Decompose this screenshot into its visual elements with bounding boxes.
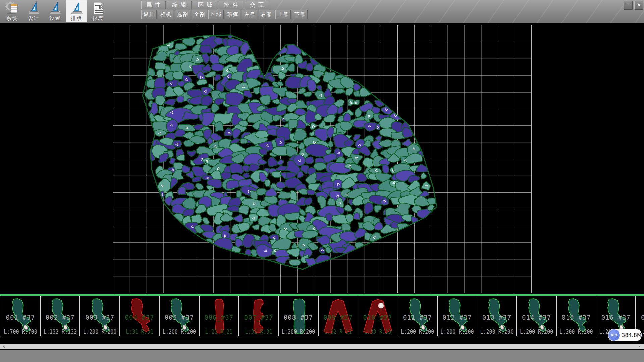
app-button-label: 报表 <box>88 15 109 22</box>
part-thumbnail-002_#37[interactable]: 002_#37L:132 R:132 <box>40 296 80 336</box>
report-icon <box>91 1 105 15</box>
nesting-canvas[interactable] <box>0 23 644 296</box>
main-toolbar: 系统 设计 设置 排版 报表 属性编辑区域排料交互 聚排相机选割全割区域瑕疵左靠… <box>0 0 644 23</box>
part-id-label: 005_#37 <box>160 314 199 321</box>
part-lr-count: L:200 R:200 <box>160 329 199 335</box>
part-lr-count: L:200 R:200 <box>517 329 556 335</box>
part-id-label: 017_#37 <box>636 314 644 321</box>
part-thumbnail-012_#37[interactable]: 012_#37L:200 R:200 <box>437 296 477 336</box>
strip-scrollbar[interactable]: ‹ › <box>0 344 644 349</box>
action-button-camera[interactable]: 相机 <box>158 10 173 19</box>
toolbar-hatch-decoration <box>272 0 644 23</box>
menu-tab-region[interactable]: 区域 <box>193 1 217 9</box>
part-lr-count: L:700 R:700 <box>1 329 40 335</box>
part-thumbnail-011_#37[interactable]: 011_#37L:200 R:200 <box>398 296 437 336</box>
part-thumbnail-004_#37[interactable]: 004_#37L:31 R:31 <box>120 296 159 336</box>
menu-tab-edit[interactable]: 编辑 <box>167 1 192 9</box>
part-thumbnail-003_#37[interactable]: 003_#37L:200 R:200 <box>80 296 120 336</box>
part-thumbnail-005_#37[interactable]: 005_#37L:200 R:200 <box>159 296 199 336</box>
progress-badge[interactable]: 38% 384.8M <box>608 329 642 341</box>
menu-tab-interact[interactable]: 交互 <box>245 1 269 9</box>
app-button-label: 系统 <box>2 15 23 22</box>
app-button-report[interactable]: 报表 <box>88 0 109 22</box>
part-id-label: 016_#37 <box>596 314 635 321</box>
action-button-snap-down[interactable]: 下靠 <box>292 10 308 19</box>
part-id-label: 012_#37 <box>438 314 477 321</box>
part-lr-count: L:31 R:31 <box>239 329 278 335</box>
part-id-label: 014_#37 <box>517 314 556 321</box>
minimize-button[interactable]: ─ <box>624 1 633 10</box>
action-button-area[interactable]: 区域 <box>208 10 224 19</box>
action-button-snap-right[interactable]: 右靠 <box>259 10 274 19</box>
system-icon <box>5 1 19 15</box>
part-id-label: 008_#37 <box>279 314 318 321</box>
part-lr-count: L:200 R:200 <box>438 329 477 335</box>
part-id-label: 002_#37 <box>41 314 79 321</box>
part-lr-count: L:200 R:200 <box>398 329 437 335</box>
ruler-icon <box>70 1 84 15</box>
part-lr-count: L:31 R:31 <box>120 329 159 335</box>
part-id-label: 006_#37 <box>200 314 238 321</box>
progress-percent: 38% <box>608 329 620 341</box>
part-thumbnail-015_#37[interactable]: 015_#37L:200 R:200 <box>556 296 596 336</box>
part-lr-count: L:200 R:200 <box>279 329 318 335</box>
action-button-cut-all[interactable]: 全割 <box>192 10 207 19</box>
menu-tab-attributes[interactable]: 属性 <box>141 1 166 9</box>
app-button-system[interactable]: 系统 <box>2 0 23 22</box>
app-button-nesting[interactable]: 排版 <box>66 0 87 22</box>
part-thumbnail-009_#37[interactable]: 009_#37L:32 R:31 <box>318 296 358 336</box>
part-thumbnail-008_#37[interactable]: 008_#37L:200 R:200 <box>278 296 318 336</box>
part-lr-count: L:32 R:31 <box>319 329 358 335</box>
part-lr-count: L:33 R:33 <box>358 329 397 335</box>
part-lr-count: L:200 R:200 <box>557 329 596 335</box>
part-id-label: 004_#37 <box>120 314 159 321</box>
app-button-label: 排版 <box>66 15 87 22</box>
part-lr-count: L:21 R:21 <box>200 329 238 335</box>
part-id-label: 013_#37 <box>477 314 516 321</box>
nested-pieces <box>145 33 438 270</box>
ruler-icon <box>48 1 62 15</box>
scroll-right-arrow[interactable]: › <box>637 344 642 349</box>
part-id-label: 001_#37 <box>1 314 40 321</box>
part-id-label: 010_#37 <box>358 314 397 321</box>
scroll-left-arrow[interactable]: ‹ <box>1 344 7 349</box>
app-button-label: 设计 <box>23 15 44 22</box>
part-id-label: 011_#37 <box>398 314 437 321</box>
part-lr-count: L:200 R:200 <box>80 329 119 335</box>
close-button[interactable]: ✕ <box>634 1 643 10</box>
app-button-design[interactable]: 设计 <box>23 0 44 22</box>
memory-size-label: 384.8M <box>622 329 642 341</box>
app-button-setup[interactable]: 设置 <box>45 0 66 22</box>
part-thumbnail-006_#37[interactable]: 006_#37L:21 R:21 <box>199 296 239 336</box>
part-id-label: 003_#37 <box>80 314 119 321</box>
action-button-select-cut[interactable]: 选割 <box>175 10 190 19</box>
action-button-snap-left[interactable]: 左靠 <box>242 10 257 19</box>
application-window: 系统 设计 设置 排版 报表 属性编辑区域排料交互 聚排相机选割全割区域瑕疵左靠… <box>0 0 644 362</box>
part-thumbnail-010_#37[interactable]: 010_#37L:33 R:33 <box>358 296 397 336</box>
part-lr-count: L:200 R:200 <box>477 329 516 335</box>
part-id-label: 007_#37 <box>239 314 278 321</box>
ruler-icon <box>27 1 41 15</box>
menu-tab-nest[interactable]: 排料 <box>219 1 243 9</box>
action-button-cluster-nest[interactable]: 聚排 <box>141 10 157 19</box>
part-thumbnail-007_#37[interactable]: 007_#37L:31 R:31 <box>239 296 278 336</box>
action-button-defect[interactable]: 瑕疵 <box>225 10 240 19</box>
status-bar <box>0 350 644 362</box>
part-id-label: 009_#37 <box>319 314 358 321</box>
part-id-label: 015_#37 <box>557 314 596 321</box>
part-thumbnail-013_#37[interactable]: 013_#37L:200 R:200 <box>477 296 517 336</box>
action-button-snap-up[interactable]: 上靠 <box>275 10 291 19</box>
part-thumbnail-001_#37[interactable]: 001_#37L:700 R:700 <box>1 296 40 336</box>
app-button-label: 设置 <box>45 15 66 22</box>
part-lr-count: L:132 R:132 <box>41 329 79 335</box>
part-thumbnail-014_#37[interactable]: 014_#37L:200 R:200 <box>517 296 556 336</box>
parts-strip: 001_#37L:700 R:700 002_#37L:132 R:132 00… <box>0 296 644 336</box>
